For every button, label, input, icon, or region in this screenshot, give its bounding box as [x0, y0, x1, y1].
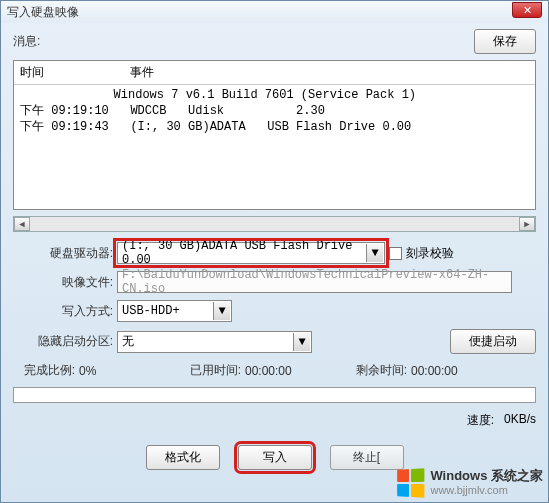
drive-value: (I:, 30 GB)ADATA USB Flash Drive 0.00: [122, 239, 364, 267]
scroll-right-icon[interactable]: ►: [519, 217, 535, 231]
drive-select[interactable]: (I:, 30 GB)ADATA USB Flash Drive 0.00 ▼: [117, 242, 385, 264]
message-label: 消息:: [13, 33, 40, 50]
chevron-down-icon[interactable]: ▼: [366, 244, 383, 262]
chevron-down-icon[interactable]: ▼: [293, 333, 310, 351]
elapsed-label: 已用时间:: [179, 362, 241, 379]
speed-label: 速度:: [467, 412, 494, 429]
scroll-left-icon[interactable]: ◄: [14, 217, 30, 231]
log-body: Windows 7 v6.1 Build 7601 (Service Pack …: [14, 85, 535, 209]
window-title: 写入硬盘映像: [7, 4, 79, 21]
image-path-value: F:\BaiduYunDownload\WindowsTechnicalPrev…: [122, 268, 507, 296]
speed-row: 速度: 0KB/s: [13, 412, 536, 429]
close-icon: ✕: [523, 4, 532, 17]
elapsed-value: 00:00:00: [245, 364, 317, 378]
hidden-partition-value: 无: [122, 333, 134, 350]
percent-value: 0%: [79, 364, 151, 378]
format-button[interactable]: 格式化: [146, 445, 220, 470]
hidden-partition-select[interactable]: 无 ▼: [117, 331, 312, 353]
titlebar: 写入硬盘映像 ✕: [1, 1, 548, 23]
hidden-row: 隐藏启动分区: 无 ▼ 便捷启动: [13, 329, 536, 354]
save-button[interactable]: 保存: [474, 29, 536, 54]
image-row: 映像文件: F:\BaiduYunDownload\WindowsTechnic…: [13, 271, 536, 293]
message-row: 消息: 保存: [13, 29, 536, 54]
log-table: 时间 事件 Windows 7 v6.1 Build 7601 (Service…: [13, 60, 536, 210]
remaining-value: 00:00:00: [411, 364, 483, 378]
dialog-window: 写入硬盘映像 ✕ 消息: 保存 时间 事件 Windows 7 v6.1 Bui…: [0, 0, 549, 503]
form-area: 硬盘驱动器: (I:, 30 GB)ADATA USB Flash Drive …: [13, 242, 536, 354]
speed-value: 0KB/s: [504, 412, 536, 429]
method-label: 写入方式:: [13, 303, 113, 320]
log-header: 时间 事件: [14, 61, 535, 85]
hidden-label: 隐藏启动分区:: [13, 333, 113, 350]
write-method-value: USB-HDD+: [122, 304, 180, 318]
progress-bar: [13, 387, 536, 403]
image-label: 映像文件:: [13, 274, 113, 291]
content-area: 消息: 保存 时间 事件 Windows 7 v6.1 Build 7601 (…: [1, 23, 548, 502]
log-header-event: 事件: [130, 64, 529, 81]
close-button[interactable]: ✕: [512, 2, 542, 18]
percent-label: 完成比例:: [13, 362, 75, 379]
chevron-down-icon[interactable]: ▼: [213, 302, 230, 320]
stats-row: 完成比例: 0% 已用时间: 00:00:00 剩余时间: 00:00:00: [13, 362, 536, 379]
bottom-buttons: 格式化 写入 终止[: [13, 445, 536, 470]
verify-label: 刻录校验: [406, 245, 454, 262]
convenient-boot-button[interactable]: 便捷启动: [450, 329, 536, 354]
remaining-label: 剩余时间:: [345, 362, 407, 379]
abort-button[interactable]: 终止[: [330, 445, 404, 470]
log-header-time: 时间: [20, 64, 130, 81]
verify-checkbox[interactable]: [389, 247, 402, 260]
write-method-select[interactable]: USB-HDD+ ▼: [117, 300, 232, 322]
drive-label: 硬盘驱动器:: [13, 245, 113, 262]
horizontal-scrollbar[interactable]: ◄ ►: [13, 216, 536, 232]
image-path-field[interactable]: F:\BaiduYunDownload\WindowsTechnicalPrev…: [117, 271, 512, 293]
drive-row: 硬盘驱动器: (I:, 30 GB)ADATA USB Flash Drive …: [13, 242, 536, 264]
method-row: 写入方式: USB-HDD+ ▼: [13, 300, 536, 322]
write-button[interactable]: 写入: [238, 445, 312, 470]
